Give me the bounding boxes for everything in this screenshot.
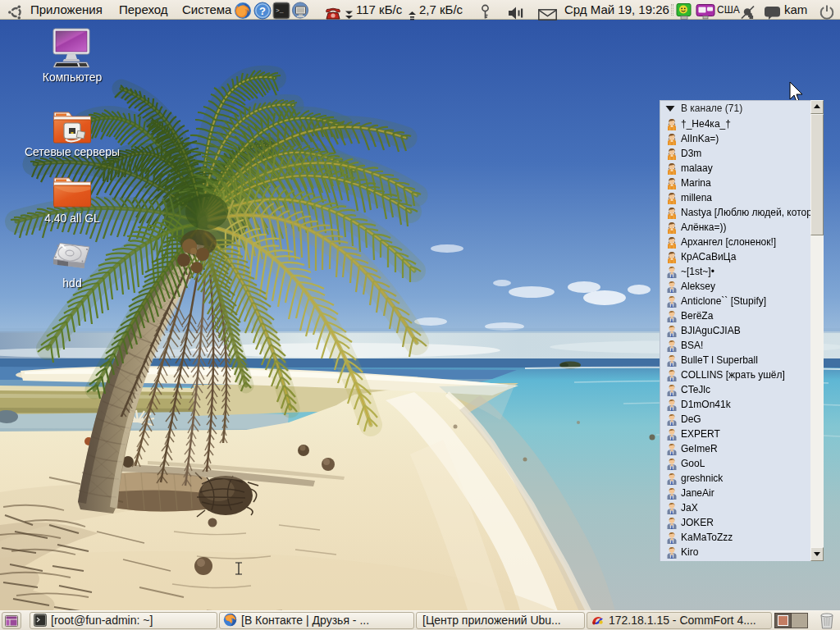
svg-text:>_: >_ xyxy=(276,7,284,14)
svg-text:?: ? xyxy=(259,5,266,17)
